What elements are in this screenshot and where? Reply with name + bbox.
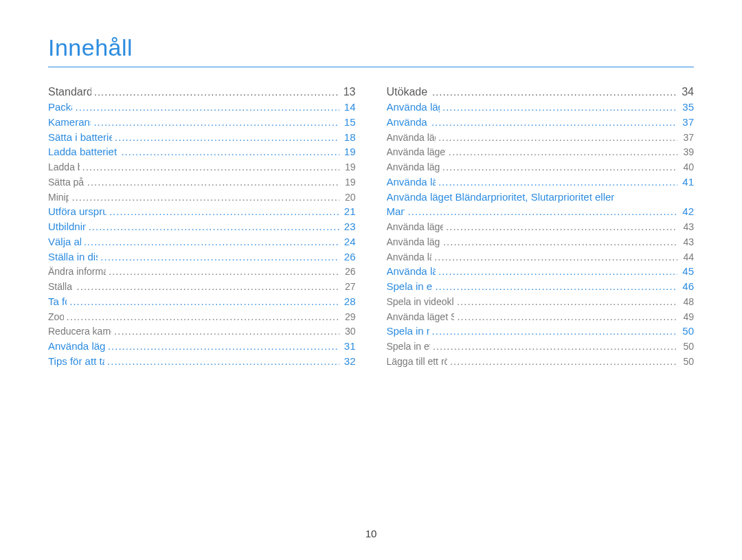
toc-page-number: 19: [339, 144, 356, 159]
toc-dots: [91, 115, 339, 130]
toc-dots: [405, 204, 677, 219]
toc-label: Kamerans utseende: [48, 115, 91, 130]
toc-dots: [104, 354, 339, 369]
toc-page-number: 23: [339, 219, 356, 234]
toc-label: Spela in ett videoklipp: [387, 279, 433, 294]
toc-dots: [446, 144, 677, 159]
toc-page-number: 20: [339, 190, 356, 204]
toc-label: Zooma: [48, 310, 64, 324]
toc-dots: [112, 130, 339, 145]
toc-label: Spela in videoklipp med hög hastighet: [387, 295, 454, 309]
toc-entry[interactable]: Välja alternativ24: [48, 234, 356, 249]
toc-page-number: 34: [677, 84, 694, 100]
toc-label: Använda läget Smart Auto: [387, 100, 440, 115]
toc-entry: Använda läget Panorama37: [387, 130, 695, 145]
toc-entry[interactable]: Spela in röstmemon50: [387, 324, 695, 339]
toc-dots: [436, 130, 677, 145]
toc-page-number: 14: [339, 100, 356, 115]
toc-entry[interactable]: Använda läget Smart Auto35: [387, 100, 695, 115]
title-rule: [48, 67, 694, 67]
toc-page-number: 21: [339, 204, 356, 219]
toc-dots: [432, 279, 677, 294]
toc-entry: Spela in ett röstmemo50: [387, 339, 695, 354]
toc-page-number: 41: [677, 175, 694, 190]
toc-entry: Ladda batteriet19: [48, 159, 356, 175]
toc-label: Tips för att ta skarpare foton: [48, 354, 104, 369]
toc-dots: [440, 159, 677, 175]
toc-entry[interactable]: Använda motivläget37: [387, 115, 695, 130]
toc-page-number: 26: [339, 249, 356, 265]
toc-dots: [440, 100, 677, 115]
toc-dots: [74, 279, 339, 294]
toc-entry: Använda läget Slutarprioritet43: [387, 234, 695, 249]
toc-entry[interactable]: Sätta i batteriet och minneskortet18: [48, 130, 356, 145]
toc-label: Lägga till ett röstmemo till ett foto: [387, 355, 447, 368]
toc-entry[interactable]: Spela in ett videoklipp46: [387, 279, 695, 294]
toc-page-number: 46: [677, 279, 694, 294]
toc-entry[interactable]: Använda lägesväljarenheten31: [48, 339, 356, 354]
toc-entry[interactable]: Standardfunktioner13: [48, 84, 356, 100]
toc-entry[interactable]: Tips för att ta skarpare foton32: [48, 354, 356, 369]
toc-label: Packa upp: [48, 100, 72, 115]
toc-entry[interactable]: Använda läget Program41: [387, 175, 695, 190]
toc-dots: [430, 339, 677, 354]
toc-dots: [67, 294, 339, 309]
toc-entry: Använda läget Bländarprioritet43: [387, 219, 695, 234]
toc-dots: [98, 249, 339, 265]
toc-page-number: 49: [677, 310, 694, 324]
toc-dots: [454, 294, 677, 309]
toc-label: Manuell: [387, 204, 405, 219]
toc-label: Använda läget Smart Scene Detection: [387, 310, 455, 324]
toc-page-number: 37: [677, 115, 694, 130]
toc-dots: [436, 175, 677, 190]
toc-entry[interactable]: Manuell42: [387, 204, 695, 219]
toc-label: Använda lägesväljarenheten: [48, 339, 105, 354]
toc-page-number: 50: [677, 324, 694, 339]
toc-page-number: 39: [677, 145, 694, 159]
toc-page-number: 44: [677, 250, 694, 264]
toc-page-number: 18: [339, 130, 356, 145]
toc-dots: [429, 85, 677, 100]
toc-label: Välja alternativ: [48, 234, 81, 249]
toc-dots: [106, 204, 339, 219]
toc-entry: Använda läget Action-panorama39: [387, 144, 695, 159]
toc-page-number: 35: [677, 100, 694, 115]
toc-label: Reducera kameraskakningar (OIS): [48, 324, 111, 338]
toc-entry[interactable]: Ta foton28: [48, 294, 356, 309]
toc-page-number: 28: [339, 294, 356, 309]
toc-entry: Använda läget Manuell44: [387, 249, 695, 265]
toc-dots: [429, 115, 677, 130]
toc-entry[interactable]: Packa upp14: [48, 100, 356, 115]
toc-label: Ladda batteriet och sätta på kameran: [48, 144, 118, 159]
toc-page-number: 27: [339, 280, 356, 293]
toc-label: Använda motivläget: [387, 115, 429, 130]
toc-page-number: 42: [677, 204, 694, 219]
toc-entry[interactable]: Kamerans utseende15: [48, 115, 356, 130]
toc-label: Ladda batteriet: [48, 160, 80, 174]
toc-label: Utbildningsikoner: [48, 219, 86, 234]
toc-entry[interactable]: Utbildningsikoner23: [48, 219, 356, 234]
toc-page-number: 19: [339, 175, 356, 189]
toc-entry[interactable]: Ställa in display och ljud26: [48, 249, 356, 265]
toc-entry[interactable]: Använda läget DUAL IS45: [387, 264, 695, 279]
toc-page-number: 32: [339, 354, 356, 369]
toc-entry: Använda läget Skönhetsbild40: [387, 159, 695, 175]
toc-entry: Ställa in ljud27: [48, 279, 356, 294]
toc-label: Sätta på kameran: [48, 175, 85, 189]
toc-column-right: Utökade funktioner34Använda läget Smart …: [387, 84, 695, 369]
toc-entry[interactable]: Ladda batteriet och sätta på kameran19: [48, 144, 356, 159]
toc-entry[interactable]: Använda läget Bländarprioritet, Slutarpr…: [387, 190, 695, 205]
toc-dots: [69, 190, 339, 205]
toc-page-number: 37: [677, 131, 694, 144]
toc-label: Använda läget Panorama: [387, 131, 436, 144]
toc-entry[interactable]: Utföra ursprungsinställningen21: [48, 204, 356, 219]
toc-dots: [81, 234, 339, 249]
toc-dots: [80, 159, 339, 175]
toc-entry[interactable]: Utökade funktioner34: [387, 84, 695, 100]
toc-entry: Zooma29: [48, 309, 356, 324]
toc-dots: [118, 144, 339, 159]
toc-label: Använda läget Manuell: [387, 250, 432, 264]
toc-dots: [454, 309, 677, 324]
toc-dots: [111, 324, 339, 339]
toc-entry: Minipanel20: [48, 190, 356, 205]
